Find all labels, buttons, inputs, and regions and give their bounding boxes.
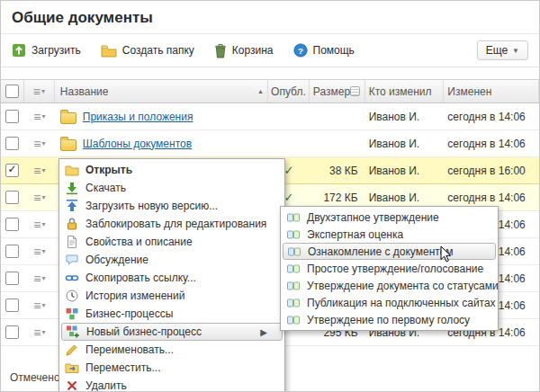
table-row: ≡▾ Приказы и положения Иванов И. сегодня… [1,103,539,130]
properties-icon [65,235,79,249]
help-icon: ? [293,43,308,58]
chevron-down-icon: ▼ [512,47,519,55]
discussion-icon [65,253,79,267]
upload-label: Загрузить [32,44,81,57]
row-menu-button[interactable]: ≡▾ [33,272,45,285]
submenu-item-two-stage-approval[interactable]: Двухэтапное утверждение [283,209,496,226]
row-checkbox[interactable] [5,110,19,123]
submenu-item-expert-evaluation[interactable]: Экспертная оценка [283,226,496,243]
workflow-icon [286,296,301,310]
submenu-item-first-vote-approval[interactable]: Утверждение по первому голосу [283,311,496,328]
menu-item-history[interactable]: История изменений [61,287,283,305]
rename-icon [65,343,79,357]
upload-button[interactable]: Загрузить [12,43,81,58]
submenu-item-status-approval[interactable]: Утверждение документа со статусами [283,277,496,294]
row-checkbox[interactable] [5,218,19,231]
size-cell: 38 КБ [310,157,365,184]
business-process-submenu: Двухэтапное утверждение Экспертная оценк… [280,206,499,331]
menu-item-upload-new-version[interactable]: Загрузить новую версию... [61,197,283,215]
modified-by-cell: Иванов И. [365,192,445,204]
menu-item-download[interactable]: Скачать [61,179,283,197]
menu-item-move[interactable]: Переместить... [61,359,283,377]
table-row: ≡▾ Шаблоны документов Иванов И. сегодня … [1,130,539,157]
workflow-icon [287,245,302,259]
workflow-icon [286,279,301,293]
upload-icon [12,43,26,58]
create-folder-button[interactable]: Создать папку [101,44,194,58]
menu-item-copy-link[interactable]: Скопировать ссылку... [61,269,283,287]
row-menu-button[interactable]: ≡▾ [33,192,45,204]
menu-item-properties[interactable]: Свойства и описание [61,233,283,251]
delete-icon [65,379,79,392]
menu-item-lock[interactable]: Заблокировать для редактирования [61,215,283,233]
folder-link[interactable]: Приказы и положения [83,111,194,123]
move-icon [65,361,79,375]
new-folder-icon [101,44,117,58]
more-button[interactable]: Еще ▼ [477,40,528,60]
header-size[interactable]: Размер [310,80,365,102]
business-process-icon [65,307,79,321]
folder-icon [60,112,76,124]
modified-by-cell: Иванов И. [365,165,445,177]
table-header: ≡▾ Название▲ Опубл. Размер Кто изменил И… [1,79,539,103]
open-folder-icon [65,163,79,177]
header-checkbox-cell [1,80,24,102]
menu-item-new-business-process[interactable]: Новый бизнес-процесс ▶ [61,323,283,341]
menu-item-business-processes[interactable]: Бизнес-процессы [61,305,283,323]
header-name[interactable]: Название▲ [55,80,268,102]
history-icon [65,289,79,303]
submenu-item-site-publication[interactable]: Публикация на подключенных сайтах [283,294,496,311]
header-published[interactable]: Опубл. [268,80,310,102]
row-menu-button[interactable]: ≡▾ [33,218,45,231]
workflow-icon [286,313,301,327]
row-menu-button[interactable]: ≡▾ [33,165,45,177]
submenu-item-document-review[interactable]: Ознакомление с документом [283,243,496,260]
trash-icon [214,43,227,58]
menu-item-open[interactable]: Открыть [61,161,283,179]
menu-item-discussion[interactable]: Обсуждение [61,251,283,269]
mouse-cursor [440,245,452,267]
select-all-checkbox[interactable] [5,85,19,98]
shared-documents-window: Общие документы Загрузить Создать папку … [0,0,540,392]
menu-item-rename[interactable]: Переименовать... [61,341,283,359]
row-menu-button[interactable]: ≡▾ [33,245,45,258]
upload-version-icon [65,199,79,213]
column-settings-icon[interactable] [350,86,360,96]
modified-cell: сегодня в 14:06 [444,138,539,150]
workflow-icon [286,227,301,242]
row-checkbox[interactable] [5,137,19,150]
row-checkbox[interactable] [5,325,19,339]
folder-icon [60,139,76,151]
row-menu-button[interactable]: ≡▾ [33,299,45,312]
row-checkbox-checked[interactable] [5,164,19,177]
published-check-icon: ✓ [284,191,293,204]
header-menu-cell: ≡▾ [24,80,55,102]
copy-link-icon [65,271,79,285]
download-icon [65,181,79,195]
modified-cell: сегодня в 14:06 [444,192,539,204]
row-checkbox[interactable] [5,298,19,312]
row-menu-button[interactable]: ≡▾ [33,326,45,339]
row-menu-button[interactable]: ≡▾ [33,138,45,150]
modified-by-cell: Иванов И. [365,111,445,123]
submenu-arrow-icon: ▶ [260,327,267,337]
page-title: Общие документы [1,1,539,34]
header-modified-by[interactable]: Кто изменил [365,80,445,102]
row-checkbox[interactable] [5,272,19,285]
help-button[interactable]: ? Помощь [293,43,355,58]
selection-status: Отмечено: [10,371,63,384]
menu-item-delete[interactable]: Удалить [61,377,283,392]
row-menu-button[interactable]: ≡▾ [33,111,45,123]
trash-label: Корзина [232,44,274,57]
folder-link[interactable]: Шаблоны документов [83,138,192,150]
trash-button[interactable]: Корзина [214,43,274,58]
create-folder-label: Создать папку [122,44,194,57]
submenu-item-simple-approval[interactable]: Простое утверждение/голосование [283,260,496,277]
row-checkbox[interactable] [5,191,19,204]
row-checkbox[interactable] [5,245,19,258]
workflow-icon [286,210,301,225]
workflow-icon [286,262,301,276]
bulk-menu-button[interactable]: ≡▾ [33,85,45,98]
header-modified[interactable]: Изменен [444,80,539,102]
modified-by-cell: Иванов И. [365,138,445,150]
